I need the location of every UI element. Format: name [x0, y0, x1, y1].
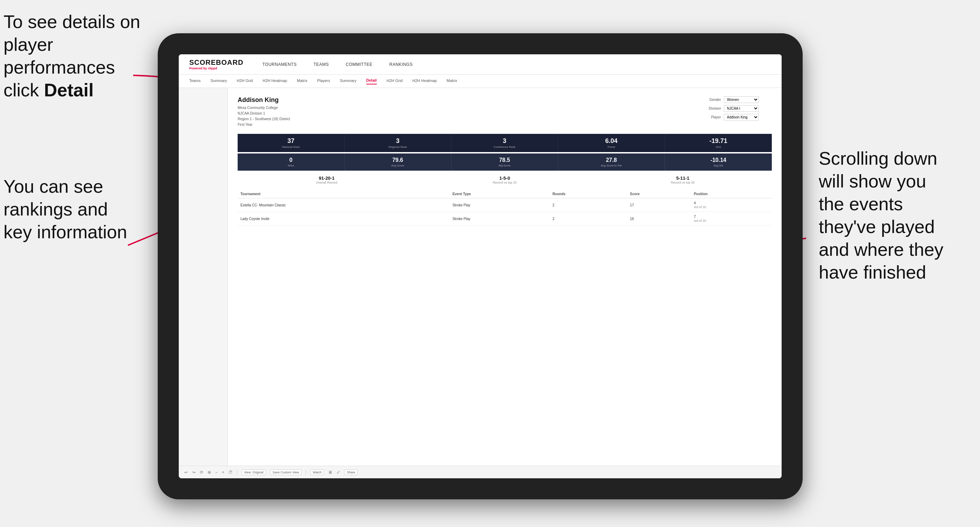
subnav-players[interactable]: Players: [317, 78, 330, 84]
adj-score-value: 78.5: [454, 157, 555, 163]
refresh-icon[interactable]: ⟳: [200, 470, 203, 475]
toolbar-sep-1: [237, 470, 237, 475]
stat-wins: 0 Wins: [238, 154, 345, 171]
player-filters: Gender Women Division NJCAA I: [702, 96, 772, 127]
table-header-row: Tournament Event Type Rounds Score Posit…: [238, 190, 772, 198]
wins-label: Wins: [240, 164, 341, 167]
stat-conference-rank: 3 Conference Rank: [452, 134, 558, 152]
zoom-icon[interactable]: ⊕: [207, 470, 211, 475]
annotation-bl3: key information: [3, 222, 127, 242]
avg-score-value: 79.6: [347, 157, 448, 163]
player-school: Mesa Community College: [238, 105, 290, 111]
tournament-table: Tournament Event Type Rounds Score Posit…: [238, 190, 772, 225]
top25-record-label: Record vs top 25: [416, 181, 594, 184]
conference-rank-label: Conference Rank: [454, 145, 555, 149]
national-rank-value: 37: [240, 137, 341, 145]
overall-record-value: 91-20-1: [238, 176, 416, 181]
stat-points: 6.04 Points: [558, 134, 665, 152]
clock-icon[interactable]: ⏱: [229, 470, 233, 475]
logo-powered: Powered by clippd: [189, 67, 243, 70]
share-button[interactable]: Share: [344, 470, 358, 475]
event-type-2: Stroke Play: [450, 212, 550, 225]
annotation-r3: the events: [819, 194, 903, 214]
subnav-detail[interactable]: Detail: [366, 78, 377, 84]
sos-value: -19.71: [668, 137, 769, 145]
avg-sg-value: -10.14: [668, 157, 769, 163]
avg-sg-label: Avg SG: [668, 164, 769, 167]
redo-icon[interactable]: ↪: [192, 470, 196, 475]
plus-icon[interactable]: +: [222, 470, 224, 475]
tablet-frame: SCOREBOARD Powered by clippd TOURNAMENTS…: [158, 33, 803, 499]
annotation-bl1: You can see: [3, 176, 103, 197]
avg-score-par-value: 27.8: [561, 157, 662, 163]
annotation-bottom-left: You can see rankings and key information: [3, 175, 133, 243]
sidebar: [179, 88, 228, 466]
view-original-button[interactable]: View: Original: [242, 470, 266, 475]
save-custom-view-button[interactable]: Save Custom View: [270, 470, 301, 475]
gender-label: Gender: [702, 98, 721, 102]
nav-rankings[interactable]: RANKINGS: [388, 62, 414, 67]
annotation-bl2: rankings and: [3, 199, 108, 219]
stat-regional-rank: 3 Regional Rank: [345, 134, 452, 152]
event-type-1: Stroke Play: [450, 198, 550, 212]
stat-adj-score: 78.5 Adj Score: [452, 154, 558, 171]
gender-select[interactable]: Women: [724, 96, 759, 103]
conference-rank-value: 3: [454, 137, 555, 145]
logo-area: SCOREBOARD Powered by clippd: [189, 59, 243, 70]
player-filter-row: Player Addison King: [702, 114, 772, 121]
subnav-matrix[interactable]: Matrix: [297, 78, 307, 84]
subnav-teams[interactable]: Teams: [189, 78, 200, 84]
tournament-name-2: Lady Coyote Invite: [238, 212, 450, 225]
undo-icon[interactable]: ↩: [185, 470, 188, 475]
nav-committee[interactable]: COMMITTEE: [344, 62, 374, 67]
watch-button[interactable]: Watch: [310, 470, 324, 475]
col-position: Position: [691, 190, 772, 198]
points-label: Points: [561, 145, 662, 149]
record-top25: 1-5-0 Record vs top 25: [416, 176, 594, 184]
wins-value: 0: [240, 157, 341, 163]
annotation-detail-bold: Detail: [44, 80, 94, 100]
annotation-r4: they've played: [819, 217, 935, 237]
player-name: Addison King: [238, 96, 290, 104]
minus-icon[interactable]: −: [215, 470, 218, 475]
toolbar-sep-2: [305, 470, 306, 475]
stat-sos: -19.71 SoS: [665, 134, 772, 152]
player-header: Addison King Mesa Community College NJCA…: [238, 96, 772, 127]
subnav-summary2[interactable]: Summary: [340, 78, 356, 84]
logo-scoreboard: SCOREBOARD: [189, 59, 243, 67]
stat-national-rank: 37 National Rank: [238, 134, 345, 152]
subnav-summary[interactable]: Summary: [210, 78, 227, 84]
nav-teams[interactable]: TEAMS: [312, 62, 330, 67]
table-row[interactable]: Estella CC- Mountain Classic Stroke Play…: [238, 198, 772, 212]
monitor-icon[interactable]: 🖥: [328, 470, 332, 475]
player-info: Addison King Mesa Community College NJCA…: [238, 96, 290, 127]
player-region: Region 1 - Southwest (18) District: [238, 116, 290, 122]
table-row[interactable]: Lady Coyote Invite Stroke Play 2 16 7 ou…: [238, 212, 772, 225]
overall-record-label: Overall Record: [238, 181, 416, 184]
score-1: 17: [627, 198, 691, 212]
nav-tournaments[interactable]: TOURNAMENTS: [261, 62, 298, 67]
subnav-matrix2[interactable]: Matrix: [447, 78, 457, 84]
annotation-right: Scrolling down will show you the events …: [819, 147, 977, 284]
gender-filter-row: Gender Women: [702, 96, 772, 103]
annotation-top-left: To see details on player performances cl…: [3, 11, 151, 102]
subnav-h2h-grid[interactable]: H2H Grid: [237, 78, 253, 84]
col-rounds: Rounds: [550, 190, 627, 198]
record-overall: 91-20-1 Overall Record: [238, 176, 416, 184]
subnav-h2h-grid2[interactable]: H2H Grid: [387, 78, 403, 84]
record-top50: 5-11-1 Record vs top 50: [594, 176, 772, 184]
tournament-name-1: Estella CC- Mountain Classic: [238, 198, 450, 212]
col-event-type: Event Type: [450, 190, 550, 198]
avg-score-par-label: Avg Score to Par: [561, 164, 662, 167]
subnav-h2h-heatmap2[interactable]: H2H Heatmap: [412, 78, 437, 84]
division-label: Division: [702, 106, 721, 110]
regional-rank-value: 3: [347, 137, 448, 145]
division-select[interactable]: NJCAA I: [724, 105, 759, 112]
player-select[interactable]: Addison King: [724, 114, 759, 121]
subnav-h2h-heatmap[interactable]: H2H Heatmap: [262, 78, 287, 84]
rounds-2: 2: [550, 212, 627, 225]
sub-nav: Teams Summary H2H Grid H2H Heatmap Matri…: [179, 75, 782, 88]
bottom-toolbar: ↩ ↪ ⟳ ⊕ − + ⏱ View: Original Save Custom…: [179, 466, 782, 478]
stat-avg-sg: -10.14 Avg SG: [665, 154, 772, 171]
expand-icon[interactable]: ⤢: [336, 470, 340, 475]
